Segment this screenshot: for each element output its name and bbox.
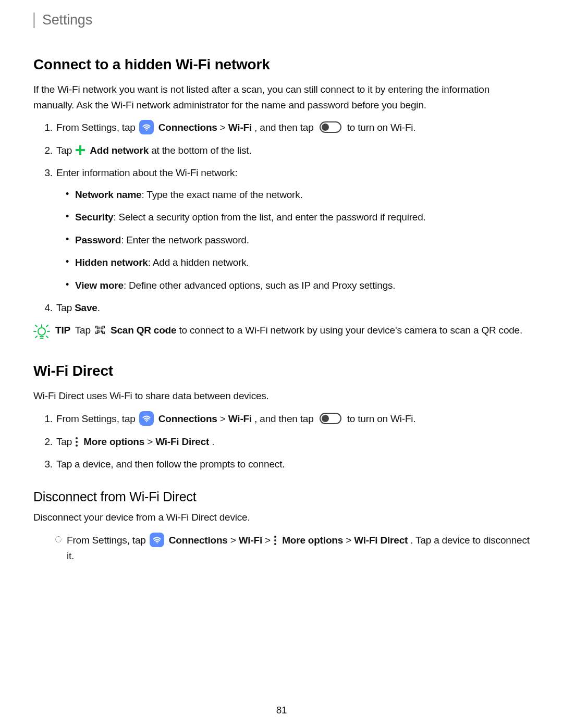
bullet-view-more: View more: Define other advanced options… — [68, 278, 530, 293]
wd-step-3: Tap a device, and then follow the prompt… — [55, 456, 530, 472]
tip-label: TIP — [55, 325, 70, 336]
heading-disconnect-wifi-direct: Disconnect from Wi-Fi Direct — [33, 487, 530, 507]
svg-rect-15 — [102, 332, 103, 333]
disconnect-steps: From Settings, tap Connections > Wi-Fi >… — [33, 533, 530, 563]
tip-block: TIP Tap Scan QR code to connect to a Wi-… — [33, 323, 530, 344]
bullet-security: Security: Select a security option from … — [68, 209, 530, 225]
disconnect-step: From Settings, tap Connections > Wi-Fi >… — [55, 533, 530, 563]
more-options-icon — [274, 536, 276, 545]
svg-rect-12 — [101, 327, 103, 329]
wifi-icon — [139, 411, 154, 426]
plus-icon — [76, 145, 85, 155]
svg-rect-11 — [97, 327, 99, 329]
wifi-icon — [139, 120, 154, 134]
wifi-direct-steps: From Settings, tap Connections > Wi-Fi ,… — [33, 411, 530, 472]
wd-step-1: From Settings, tap Connections > Wi-Fi ,… — [55, 411, 530, 427]
more-options-icon — [76, 437, 78, 447]
svg-point-17 — [156, 542, 157, 543]
step-1: From Settings, tap Connections > Wi-Fi ,… — [55, 120, 530, 135]
disconnect-intro: Disconnect your device from a Wi-Fi Dire… — [33, 510, 530, 525]
qr-icon — [94, 324, 106, 336]
step-3: Enter information about the Wi-Fi networ… — [55, 165, 530, 293]
step-2: Tap Add network at the bottom of the lis… — [55, 143, 530, 158]
bullet-password: Password: Enter the network password. — [68, 232, 530, 248]
wifi-direct-intro: Wi-Fi Direct uses Wi-Fi to share data be… — [33, 388, 530, 403]
svg-line-6 — [46, 325, 48, 327]
page-header: Settings — [33, 13, 530, 28]
intro-text: If the Wi-Fi network you want is not lis… — [33, 82, 530, 113]
lightbulb-icon — [33, 324, 50, 344]
step-4: Tap Save. — [55, 300, 530, 315]
svg-line-5 — [35, 325, 37, 327]
bullet-network-name: Network name: Type the exact name of the… — [68, 187, 530, 202]
toggle-icon — [320, 413, 341, 424]
wd-step-2: Tap More options > Wi-Fi Direct . — [55, 434, 530, 449]
heading-connect-hidden-wifi: Connect to a hidden Wi-Fi network — [33, 53, 530, 76]
svg-point-0 — [146, 130, 147, 131]
wifi-icon — [150, 533, 164, 547]
svg-point-16 — [146, 421, 147, 422]
toggle-icon — [320, 121, 341, 133]
wifi-info-bullets: Network name: Type the exact name of the… — [56, 187, 530, 293]
svg-point-1 — [38, 328, 45, 335]
steps-list: From Settings, tap Connections > Wi-Fi ,… — [33, 120, 530, 315]
bullet-hidden-network: Hidden network: Add a hidden network. — [68, 255, 530, 270]
heading-wifi-direct: Wi-Fi Direct — [33, 360, 530, 382]
svg-line-8 — [46, 336, 48, 338]
svg-rect-13 — [97, 331, 99, 333]
page-number: 81 — [0, 702, 563, 718]
svg-line-7 — [35, 336, 37, 338]
